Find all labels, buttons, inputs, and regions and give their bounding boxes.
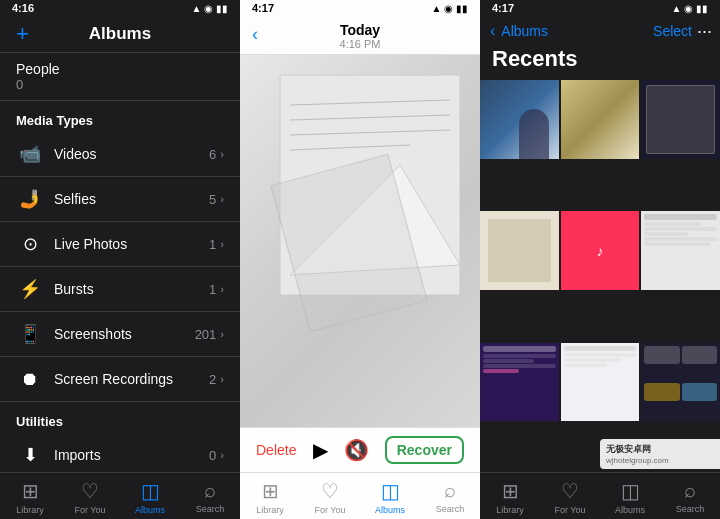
imports-count: 0 [209,448,216,463]
video-icon: 📹 [16,140,44,168]
selfies-label: Selfies [54,191,209,207]
utilities-header: Utilities [0,402,240,433]
photo-cell-7[interactable] [480,343,559,422]
search-icon-p2: ⌕ [444,479,456,502]
photo-cell-2[interactable] [561,80,640,159]
watermark-url: wjhotelgroup.com [606,456,714,465]
bursts-count: 1 [209,282,216,297]
tab-albums-p3[interactable]: ◫ Albums [600,473,660,519]
library-label-p2: Library [256,505,284,515]
imports-label: Imports [54,447,209,463]
screenshots-label: Screenshots [54,326,195,342]
foryou-icon-p3: ♡ [561,479,579,503]
library-tab-label: Library [16,505,44,515]
library-label-p3: Library [496,505,524,515]
albums-label-p2: Albums [375,505,405,515]
status-icons-2: ▲ ◉ ▮▮ [432,3,468,14]
recents-title: Recents [480,46,720,80]
foryou-label-p3: For You [554,505,585,515]
tab-search-p3[interactable]: ⌕ Search [660,473,720,519]
albums-tab-label: Albums [135,505,165,515]
photo-viewer-header: ‹ Today 4:16 PM [240,16,480,55]
albums-title: Albums [89,24,151,44]
watermark: 无极安卓网 wjhotelgroup.com [600,439,720,469]
select-button[interactable]: Select [653,23,692,39]
sidebar-item-bursts[interactable]: ⚡ Bursts 1 › [0,267,240,312]
chevron-icon: › [220,238,224,250]
library-tab-icon: ⊞ [22,479,39,503]
library-icon-p3: ⊞ [502,479,519,503]
media-types-header: Media Types [0,101,240,132]
tab-search-p2[interactable]: ⌕ Search [420,473,480,519]
tab-search[interactable]: ⌕ Search [180,473,240,519]
albums-icon-p2: ◫ [381,479,400,503]
live-photos-count: 1 [209,237,216,252]
delete-button[interactable]: Delete [256,442,296,458]
photo-cell-3[interactable] [641,80,720,159]
search-icon-p3: ⌕ [684,479,696,502]
audio-button[interactable]: 🔇 [344,438,369,462]
albums-label-p3: Albums [615,505,645,515]
more-button[interactable]: ··· [697,21,712,42]
status-time-2: 4:17 [252,2,274,14]
sidebar-item-imports[interactable]: ⬇ Imports 0 › [0,433,240,472]
panel3-tab-bar: ⊞ Library ♡ For You ◫ Albums ⌕ Search [480,472,720,519]
foryou-label-p2: For You [314,505,345,515]
screen-recordings-label: Screen Recordings [54,371,209,387]
tab-albums-p2[interactable]: ◫ Albums [360,473,420,519]
play-button[interactable]: ▶ [313,438,328,462]
sidebar-item-screenshots[interactable]: 📱 Screenshots 201 › [0,312,240,357]
add-album-button[interactable]: + [16,21,29,47]
people-label: People [16,61,224,77]
library-icon-p2: ⊞ [262,479,279,503]
status-icons-3: ▲ ◉ ▮▮ [672,3,708,14]
people-row[interactable]: People 0 [0,53,240,101]
tab-for-you[interactable]: ♡ For You [60,473,120,519]
imports-icon: ⬇ [16,441,44,469]
tab-library-p3[interactable]: ⊞ Library [480,473,540,519]
search-label-p2: Search [436,504,465,514]
status-time-1: 4:16 [12,2,34,14]
photo-cell-4[interactable] [480,211,559,290]
bursts-icon: ⚡ [16,275,44,303]
photo-cell-9[interactable] [641,343,720,422]
photo-date-title: Today [340,22,380,38]
panel-albums-list: 4:16 ▲ ◉ ▮▮ + Albums People 0 Media Type… [0,0,240,519]
tab-foryou-p2[interactable]: ♡ For You [300,473,360,519]
search-label-p3: Search [676,504,705,514]
albums-back-label[interactable]: Albums [501,23,548,39]
bursts-label: Bursts [54,281,209,297]
photo-cell-5[interactable]: ♪ [561,211,640,290]
tab-library[interactable]: ⊞ Library [0,473,60,519]
albums-header: + Albums [0,16,240,53]
chevron-icon: › [220,449,224,461]
sidebar-item-selfies[interactable]: 🤳 Selfies 5 › [0,177,240,222]
photo-cell-6[interactable] [641,211,720,290]
back-button-panel2[interactable]: ‹ [252,24,258,45]
back-button-panel3[interactable]: ‹ [490,22,495,40]
photo-cell-1[interactable] [480,80,559,159]
tab-library-p2[interactable]: ⊞ Library [240,473,300,519]
albums-content: People 0 Media Types 📹 Videos 6 › 🤳 Self… [0,53,240,472]
search-tab-label: Search [196,504,225,514]
search-tab-icon: ⌕ [204,479,216,502]
photo-svg [260,65,480,427]
panel-photo-viewer: 4:17 ▲ ◉ ▮▮ ‹ Today 4:16 PM Delete ▶ 🔇 R… [240,0,480,519]
for-you-tab-icon: ♡ [81,479,99,503]
recover-button[interactable]: Recover [385,436,464,464]
live-photos-label: Live Photos [54,236,209,252]
for-you-tab-label: For You [74,505,105,515]
chevron-icon: › [220,283,224,295]
photo-display-area [240,55,480,427]
panel1-tab-bar: ⊞ Library ♡ For You ◫ Albums ⌕ Search [0,472,240,519]
albums-icon-p3: ◫ [621,479,640,503]
status-icons-1: ▲ ◉ ▮▮ [192,3,228,14]
status-bar-panel1: 4:16 ▲ ◉ ▮▮ [0,0,240,16]
tab-foryou-p3[interactable]: ♡ For You [540,473,600,519]
sidebar-item-screen-recordings[interactable]: ⏺ Screen Recordings 2 › [0,357,240,402]
sidebar-item-live-photos[interactable]: ⊙ Live Photos 1 › [0,222,240,267]
tab-albums[interactable]: ◫ Albums [120,473,180,519]
screenshots-count: 201 [195,327,217,342]
sidebar-item-videos[interactable]: 📹 Videos 6 › [0,132,240,177]
photo-cell-8[interactable] [561,343,640,422]
